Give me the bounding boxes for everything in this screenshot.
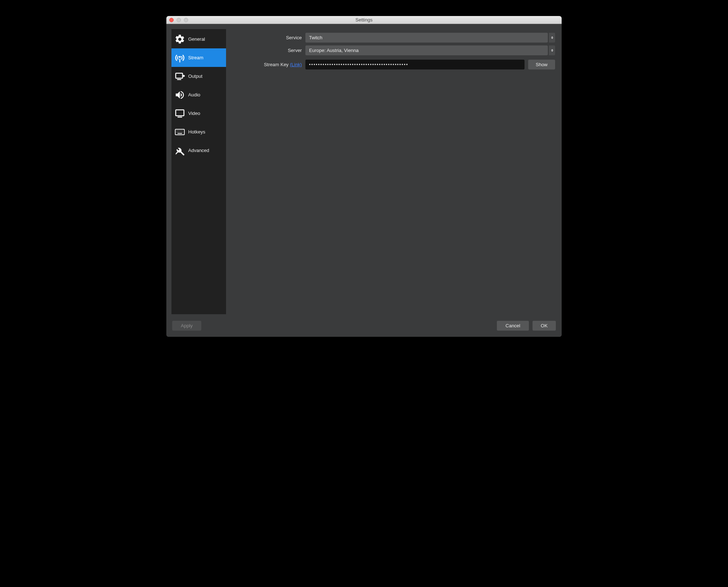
monitor-icon: [174, 107, 186, 120]
server-select[interactable]: Europe: Austria, Vienna: [305, 45, 548, 55]
sidebar-item-label: Output: [188, 73, 202, 79]
cancel-button[interactable]: Cancel: [497, 321, 529, 331]
output-icon: [174, 70, 186, 83]
service-label: Service: [233, 35, 305, 40]
sidebar-item-output[interactable]: Output: [171, 67, 226, 85]
titlebar: Settings: [166, 16, 562, 24]
antenna-icon: [174, 52, 186, 64]
sidebar-item-label: Hotkeys: [188, 129, 205, 135]
sidebar-item-stream[interactable]: Stream: [171, 48, 226, 67]
service-select-value: Twitch: [309, 35, 323, 40]
sidebar-item-hotkeys[interactable]: Hotkeys: [171, 123, 226, 141]
keyboard-icon: [174, 126, 186, 138]
streamkey-row: Stream Key (Link) Show: [233, 60, 555, 69]
close-window-button[interactable]: [169, 18, 174, 22]
streamkey-link[interactable]: (Link): [290, 62, 302, 67]
sidebar-item-label: Audio: [188, 92, 200, 97]
sidebar-item-advanced[interactable]: Advanced: [171, 141, 226, 160]
sidebar-item-audio[interactable]: Audio: [171, 85, 226, 104]
sidebar-item-label: Stream: [188, 55, 203, 60]
window-controls: [166, 18, 188, 22]
service-select[interactable]: Twitch: [305, 33, 548, 43]
show-button[interactable]: Show: [528, 60, 555, 69]
server-row: Server Europe: Austria, Vienna: [233, 45, 555, 55]
service-row: Service Twitch: [233, 33, 555, 43]
select-stepper-icon[interactable]: [549, 45, 555, 55]
settings-panel-stream: Service Twitch Server Europe: Austria, V…: [226, 24, 562, 319]
streamkey-label: Stream Key (Link): [233, 62, 305, 67]
content-area: General Stream Output Audio: [166, 24, 562, 319]
tools-icon: [174, 144, 186, 157]
select-stepper-icon[interactable]: [549, 33, 555, 43]
streamkey-label-text: Stream Key: [264, 62, 290, 67]
sidebar-item-label: Advanced: [188, 148, 209, 153]
server-label: Server: [233, 48, 305, 53]
window-title: Settings: [166, 17, 562, 23]
sidebar-item-video[interactable]: Video: [171, 104, 226, 123]
svg-rect-2: [176, 110, 184, 116]
settings-sidebar: General Stream Output Audio: [171, 29, 226, 314]
zoom-window-button[interactable]: [184, 18, 188, 22]
gear-icon: [174, 33, 186, 45]
dialog-footer: Apply Cancel OK: [166, 319, 562, 337]
sidebar-item-label: Video: [188, 111, 200, 116]
server-select-value: Europe: Austria, Vienna: [309, 48, 359, 53]
settings-window: Settings General Stream Output: [166, 16, 562, 337]
ok-button[interactable]: OK: [533, 321, 556, 331]
svg-rect-0: [176, 73, 183, 78]
minimize-window-button[interactable]: [177, 18, 181, 22]
streamkey-input[interactable]: [305, 60, 525, 69]
speaker-icon: [174, 89, 186, 101]
apply-button: Apply: [172, 321, 201, 331]
sidebar-item-label: General: [188, 36, 205, 42]
sidebar-item-general[interactable]: General: [171, 30, 226, 48]
